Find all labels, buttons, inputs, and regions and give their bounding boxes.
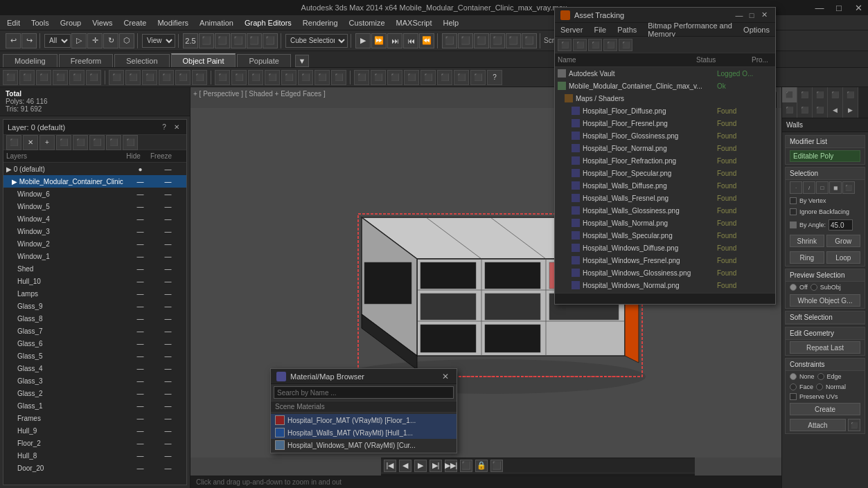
preview-off-radio[interactable] — [790, 284, 797, 291]
tl-key-btn[interactable]: ⬛ — [460, 460, 472, 472]
menu-rendering[interactable]: Rendering — [297, 17, 344, 28]
at-list-item[interactable]: Hospital_Floor_Diffuse.png Found — [555, 105, 775, 117]
anim-btn-1[interactable]: ▶ — [355, 33, 371, 48]
extra-btn-3[interactable]: ⬛ — [474, 33, 489, 48]
layer-item[interactable]: Glass_2 — — — [3, 387, 186, 399]
close-button[interactable]: ✕ — [849, 0, 868, 15]
ic-redo[interactable]: ⬛ — [69, 70, 85, 85]
mat-item-walls[interactable]: Hospital_Walls_MAT (VRayMtl) [Hull_1... — [271, 426, 457, 439]
layer-item[interactable]: Glass_8 — — — [3, 312, 186, 325]
tab-object-paint[interactable]: Object Paint — [171, 53, 236, 67]
menu-animation[interactable]: Animation — [194, 17, 239, 28]
ic-obj5[interactable]: ⬛ — [175, 70, 191, 85]
tab-populate[interactable]: Populate — [237, 54, 290, 67]
num-btn-6[interactable]: ⬛ — [263, 33, 278, 48]
menu-edit[interactable]: Edit — [1, 17, 26, 28]
tl-next-btn[interactable]: ▶| — [429, 460, 442, 472]
num-btn-4[interactable]: ⬛ — [231, 33, 246, 48]
ic-helper7[interactable]: ⬛ — [454, 70, 469, 85]
layer-item[interactable]: Glass_6 — — — [3, 337, 186, 350]
ic-helper4[interactable]: ⬛ — [404, 70, 419, 85]
at-list-item[interactable]: Hospital_Walls_Specular.png Found — [555, 229, 775, 242]
tl-start-btn[interactable]: |◀ — [384, 460, 396, 472]
ic-helper2[interactable]: ⬛ — [371, 70, 386, 85]
tl-lock-btn[interactable]: 🔒 — [475, 460, 488, 472]
ic-shape2[interactable]: ⬛ — [231, 70, 247, 85]
layer-item[interactable]: Floor_2 — — — [3, 437, 186, 449]
ic-shape5[interactable]: ⬛ — [281, 70, 296, 85]
ic-helper5[interactable]: ⬛ — [420, 70, 436, 85]
constraint-edge-radio[interactable] — [817, 373, 824, 380]
layer-item[interactable]: Door_20 — — — [3, 462, 186, 472]
preserve-uvs-checkbox[interactable] — [790, 393, 797, 400]
menu-tools[interactable]: Tools — [26, 17, 55, 28]
at-tb-2[interactable]: ⬛ — [573, 39, 587, 51]
view-dropdown[interactable]: View — [142, 34, 175, 48]
ic-new[interactable]: ⬛ — [3, 70, 18, 85]
ic-obj6[interactable]: ⬛ — [192, 70, 207, 85]
ic-shape3[interactable]: ⬛ — [248, 70, 263, 85]
repeat-last-button[interactable]: Repeat Last — [790, 341, 860, 354]
extra-btn-2[interactable]: ⬛ — [458, 33, 473, 48]
loop-button[interactable]: Loop — [826, 251, 861, 264]
menu-graph-editors[interactable]: Graph Editors — [239, 17, 297, 28]
anim-btn-3[interactable]: ⏭ — [387, 33, 402, 48]
layer-tb-6[interactable]: ⬛ — [89, 135, 105, 150]
layer-item[interactable]: Window_3 — — — [3, 225, 186, 237]
ic-save[interactable]: ⬛ — [36, 70, 51, 85]
ic-helper3[interactable]: ⬛ — [387, 70, 402, 85]
layer-tb-2[interactable]: ✕ — [23, 135, 38, 150]
preview-subobj-radio[interactable] — [811, 284, 817, 291]
layer-help-button[interactable]: ? — [159, 122, 170, 133]
layer-tb-new[interactable]: + — [39, 135, 55, 150]
tl-key-btn2[interactable]: ⬛ — [490, 460, 503, 472]
tl-play-btn[interactable]: ▶ — [414, 460, 427, 472]
modifier-item[interactable]: Editable Poly — [786, 148, 865, 164]
ic-shape7[interactable]: ⬛ — [315, 70, 330, 85]
tab-freeform[interactable]: Freeform — [59, 54, 114, 67]
undo-button[interactable]: ↩ — [6, 33, 21, 48]
layer-tb-7[interactable]: ⬛ — [106, 135, 121, 150]
editable-poly-item[interactable]: Editable Poly — [790, 150, 860, 162]
menu-help[interactable]: Help — [438, 17, 465, 28]
layer-item[interactable]: Window_6 — — — [3, 188, 186, 200]
mat-browser-close[interactable]: ✕ — [440, 371, 451, 382]
shrink-button[interactable]: Shrink — [790, 235, 824, 247]
layer-item[interactable]: ▶ Mobile_Modular_Container_Clinic — — — [3, 175, 186, 188]
mat-item-windows[interactable]: Hospital_Windows_MAT (VRayMtl) [Cur... — [271, 439, 457, 451]
at-list-item[interactable]: Hospital_Floor_Specular.png Found — [555, 167, 775, 179]
move-button[interactable]: ✛ — [87, 33, 103, 48]
layer-item[interactable]: Glass_1 — — — [3, 399, 186, 412]
ic-obj2[interactable]: ⬛ — [125, 70, 141, 85]
layer-item[interactable]: Hull_9 — — — [3, 424, 186, 437]
attach-button[interactable]: Attach — [790, 419, 846, 431]
sel-poly-icon[interactable]: ◼ — [829, 181, 842, 194]
at-menu-options[interactable]: Options — [738, 24, 775, 35]
constraint-normal-radio[interactable] — [816, 383, 823, 390]
at-list-item[interactable]: Hospital_Walls_Normal.png Found — [555, 217, 775, 229]
rp-tab-4[interactable]: ⬛ — [828, 87, 843, 102]
layer-item[interactable]: Window_4 — — — [3, 213, 186, 225]
rp-tab-7[interactable]: ⬛ — [797, 102, 813, 118]
tab-selection[interactable]: Selection — [114, 54, 169, 67]
layer-item[interactable]: ▶ 0 (default) ● — — [3, 163, 186, 175]
anim-btn-2[interactable]: ⏩ — [371, 33, 387, 48]
rp-tab-2[interactable]: ⬛ — [797, 87, 813, 102]
layer-item[interactable]: Window_2 — — — [3, 237, 186, 250]
attach-settings-icon[interactable]: ⬛ — [848, 419, 860, 431]
extra-btn-4[interactable]: ⬛ — [490, 33, 505, 48]
layer-item[interactable]: Lamps — — — [3, 287, 186, 300]
tab-modeling[interactable]: Modeling — [3, 54, 57, 67]
extra-btn-6[interactable]: ⬛ — [522, 33, 537, 48]
rotate-button[interactable]: ↻ — [103, 33, 118, 48]
ic-helper1[interactable]: ⬛ — [354, 70, 369, 85]
by-vertex-checkbox[interactable] — [790, 197, 797, 204]
anim-btn-4[interactable]: ⏮ — [403, 33, 418, 48]
layer-tb-1[interactable]: ⬛ — [6, 135, 21, 150]
angle-value-input[interactable] — [829, 219, 853, 231]
ic-helper8[interactable]: ⬛ — [470, 70, 486, 85]
tl-end-btn[interactable]: ▶▶| — [445, 460, 457, 472]
at-menu-file[interactable]: File — [588, 24, 612, 35]
layer-item[interactable]: Hull_10 — — — [3, 275, 186, 287]
sel-vertex-icon[interactable]: · — [790, 181, 802, 194]
